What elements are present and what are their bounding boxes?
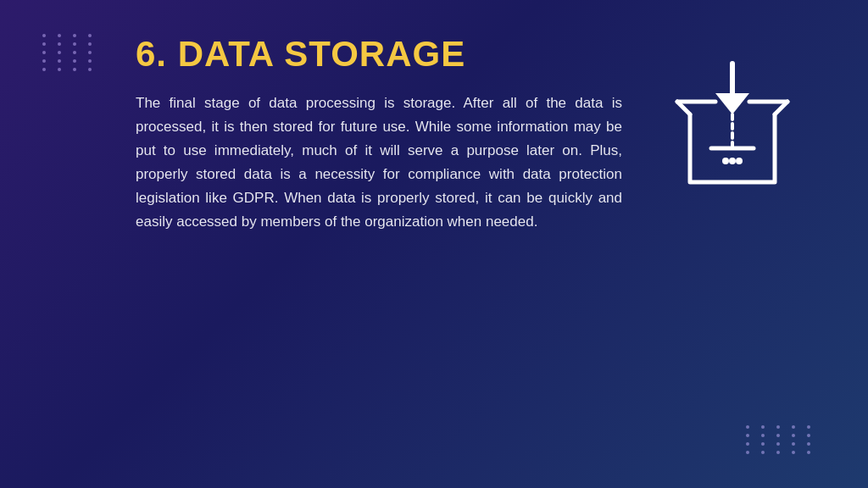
storage-icon-area <box>639 34 826 195</box>
page-background: 6. DATA STORAGE The final stage of data … <box>0 0 868 488</box>
body-text: The final stage of data processing is st… <box>136 92 622 234</box>
svg-point-5 <box>729 158 736 164</box>
page-title: 6. DATA STORAGE <box>136 34 622 75</box>
storage-box-icon <box>665 59 800 195</box>
svg-marker-0 <box>715 93 749 114</box>
dot-grid-top-left <box>42 34 98 71</box>
svg-point-6 <box>736 158 743 164</box>
svg-point-4 <box>722 158 729 164</box>
dot-grid-bottom-right <box>746 425 817 454</box>
content-area: 6. DATA STORAGE The final stage of data … <box>136 34 639 234</box>
